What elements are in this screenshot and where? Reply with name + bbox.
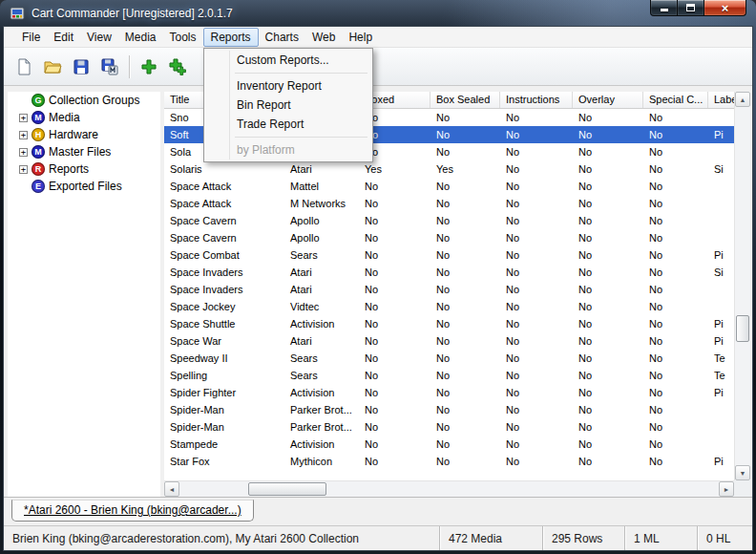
open-button[interactable]: [38, 53, 67, 81]
new-button[interactable]: [10, 53, 38, 81]
cell-title: Space Attack: [164, 195, 284, 212]
cell-title: Space Jockey: [164, 298, 284, 315]
cell-special: No: [643, 350, 708, 367]
vertical-scrollbar[interactable]: ▲ ▼: [734, 92, 750, 480]
scroll-down-button[interactable]: ▼: [735, 465, 750, 480]
horizontal-scrollbar[interactable]: ◄ ►: [164, 480, 734, 497]
menu-reports[interactable]: Reports: [203, 28, 259, 47]
scroll-up-button[interactable]: ▲: [735, 92, 750, 107]
menuitem-bin-report[interactable]: Bin Report: [206, 96, 370, 115]
menu-view[interactable]: View: [80, 28, 118, 47]
table-row[interactable]: Spider-ManParker Brot...NoNoNoNoNo: [164, 418, 734, 436]
add-media-button[interactable]: [135, 53, 163, 81]
cell-special: No: [643, 298, 708, 315]
table-row[interactable]: Space AttackM NetworksNoNoNoNoNo: [164, 195, 734, 212]
cell-special: No: [643, 453, 708, 470]
tree-item-media[interactable]: +MMedia: [8, 109, 160, 126]
vertical-scroll-thumb[interactable]: [736, 315, 749, 342]
table-row[interactable]: Space ShuttleActivisionNoNoNoNoNoPi: [164, 315, 734, 332]
cell-special: No: [643, 109, 708, 126]
cell-boxed: No: [359, 212, 430, 229]
tree-item-reports[interactable]: +RReports: [8, 160, 160, 178]
add-batch-button[interactable]: [163, 53, 192, 81]
table-row[interactable]: SolarisAtariYesYesNoNoNoSi: [164, 160, 734, 178]
table-row[interactable]: Spider FighterActivisionNoNoNoNoNoPi: [164, 384, 734, 401]
table-row[interactable]: Space CombatSearsNoNoNoNoNoPi: [164, 246, 734, 264]
menu-web[interactable]: Web: [305, 28, 342, 47]
titlebar[interactable]: Cart Commander [Unregistered] 2.0.1.7 ×: [0, 0, 756, 27]
menubar: FileEditViewMediaToolsReportsChartsWebHe…: [4, 27, 752, 48]
column-header-special[interactable]: Special C...: [643, 92, 708, 108]
horizontal-scroll-track[interactable]: [179, 481, 719, 497]
menu-file[interactable]: File: [15, 28, 47, 47]
cell-label_type: [708, 195, 734, 212]
tree-item-master-files[interactable]: +MMaster Files: [8, 143, 160, 160]
save-button[interactable]: [67, 53, 95, 81]
tree-item-hardware[interactable]: +HHardware: [8, 126, 160, 143]
table-row[interactable]: Spider-ManParker Brot...NoNoNoNoNo: [164, 401, 734, 418]
menuitem-by-platform[interactable]: by Platform: [206, 140, 370, 160]
statusbar: Brien King (bking@arcaderestoration.com)…: [4, 525, 752, 550]
cell-title: Space Combat: [164, 246, 284, 264]
menu-help[interactable]: Help: [342, 28, 379, 47]
cell-instructions: No: [500, 350, 573, 367]
expander-icon[interactable]: +: [19, 114, 28, 122]
table-row[interactable]: Star FoxMythiconNoNoNoNoNoPi: [164, 453, 734, 470]
cell-instructions: No: [500, 229, 573, 246]
menu-media[interactable]: Media: [118, 28, 163, 47]
cell-special: No: [643, 264, 708, 281]
cell-manufacturer: Atari: [284, 332, 359, 350]
column-header-label_type[interactable]: Label: [708, 92, 734, 108]
expander-icon[interactable]: +: [19, 131, 28, 139]
cell-instructions: No: [500, 332, 573, 350]
vertical-scroll-track[interactable]: [735, 107, 750, 465]
menuitem-inventory-report[interactable]: Inventory Report: [206, 76, 370, 96]
scroll-left-button[interactable]: ◄: [164, 481, 179, 497]
table-row[interactable]: Space AttackMattelNoNoNoNoNo: [164, 178, 734, 195]
tree-item-label: Hardware: [49, 128, 98, 141]
tree-item-collection-groups[interactable]: +GCollection Groups: [8, 92, 160, 109]
horizontal-scroll-thumb[interactable]: [248, 482, 326, 496]
tree-item-label: Reports: [49, 162, 89, 176]
menu-charts[interactable]: Charts: [259, 28, 305, 47]
close-button[interactable]: ×: [704, 0, 746, 16]
cell-overlay: No: [573, 418, 643, 436]
minimize-icon: [661, 9, 668, 11]
table-row[interactable]: Space InvadersAtariNoNoNoNoNo: [164, 281, 734, 298]
column-header-overlay[interactable]: Overlay: [573, 92, 643, 108]
table-row[interactable]: Space WarAtariNoNoNoNoNoPi: [164, 332, 734, 350]
scroll-right-button[interactable]: ►: [719, 481, 734, 497]
minimize-button[interactable]: [650, 0, 678, 16]
table-row[interactable]: SpellingSearsNoNoNoNoNoTe: [164, 367, 734, 384]
table-row[interactable]: Speedway IISearsNoNoNoNoNoTe: [164, 350, 734, 367]
menu-tools[interactable]: Tools: [163, 28, 203, 47]
tree-item-exported-files[interactable]: +EExported Files: [8, 178, 160, 195]
cell-overlay: No: [573, 401, 643, 418]
expander-icon[interactable]: +: [19, 165, 28, 174]
cell-title: Space Attack: [164, 178, 284, 195]
cell-manufacturer: Atari: [284, 264, 359, 281]
expander-icon[interactable]: +: [19, 148, 28, 157]
table-row[interactable]: Space CavernApolloNoNoNoNoNo: [164, 212, 734, 229]
cell-label_type: Pi: [708, 384, 734, 401]
table-row[interactable]: Space InvadersAtariNoNoNoNoNoSi: [164, 264, 734, 281]
cell-label_type: Pi: [708, 315, 734, 332]
cell-title: Speedway II: [164, 350, 284, 367]
cell-overlay: No: [573, 160, 643, 178]
cell-box_sealed: No: [430, 436, 500, 453]
cell-overlay: No: [573, 367, 643, 384]
save-as-button[interactable]: [95, 53, 124, 81]
table-row[interactable]: Space CavernApolloNoNoNoNoNo: [164, 229, 734, 246]
collection-tab[interactable]: *Atari 2600 - Brien King (bking@arcader.…: [11, 500, 254, 522]
column-header-instructions[interactable]: Instructions: [500, 92, 573, 108]
cell-box_sealed: Yes: [430, 160, 500, 178]
menuitem-custom-reports[interactable]: Custom Reports...: [206, 51, 370, 70]
menu-edit[interactable]: Edit: [47, 28, 80, 47]
maximize-button[interactable]: [678, 0, 704, 16]
cell-manufacturer: Apollo: [284, 212, 359, 229]
column-header-box_sealed[interactable]: Box Sealed: [430, 92, 500, 108]
table-row[interactable]: StampedeActivisionNoNoNoNoNo: [164, 436, 734, 453]
cell-instructions: No: [500, 264, 573, 281]
menuitem-trade-report[interactable]: Trade Report: [206, 115, 370, 134]
table-row[interactable]: Space JockeyVidtecNoNoNoNoNo: [164, 298, 734, 315]
